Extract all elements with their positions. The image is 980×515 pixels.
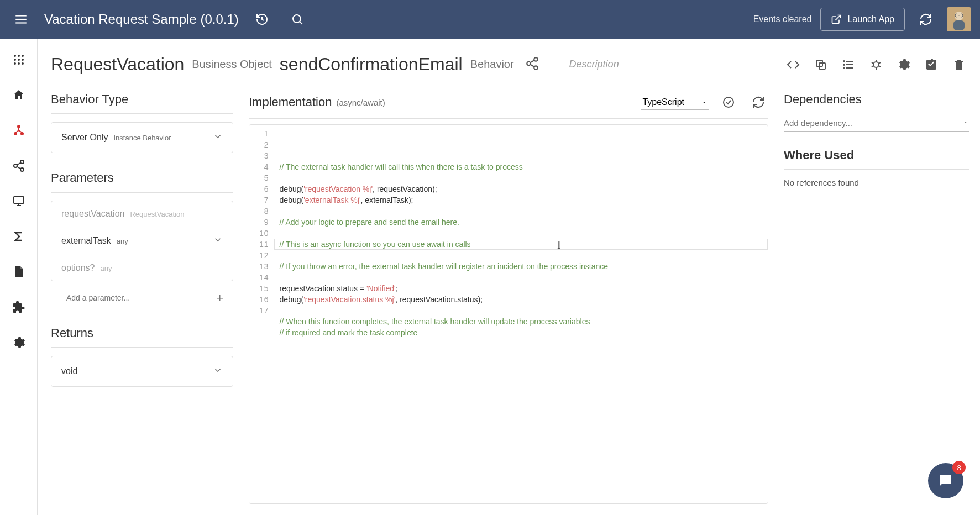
svg-point-42 [843, 64, 845, 65]
dependencies-title: Dependencies [784, 92, 969, 107]
history-button[interactable] [250, 7, 274, 31]
svg-line-35 [530, 64, 534, 66]
add-parameter-input[interactable] [66, 289, 211, 307]
svg-line-47 [879, 62, 881, 64]
svg-line-34 [530, 60, 534, 62]
code-icon [787, 58, 800, 71]
nav-sigma[interactable] [7, 224, 31, 249]
returns-card[interactable]: void [51, 356, 233, 387]
action-copy[interactable] [811, 55, 831, 75]
apps-icon [12, 53, 25, 66]
language-value: TypeScript [642, 97, 684, 107]
returns-value: void [61, 366, 77, 376]
breadcrumb: RequestVacation Business Object sendConf… [51, 54, 969, 75]
breadcrumb-entity-type: Business Object [192, 58, 272, 71]
param-type: RequestVacation [130, 210, 184, 218]
behavior-type-sub: Instance Behavior [113, 134, 171, 142]
user-avatar[interactable] [947, 7, 971, 31]
nav-apps[interactable] [7, 48, 31, 72]
nav-desktop[interactable] [7, 189, 31, 213]
svg-line-49 [879, 66, 881, 67]
chat-badge: 8 [952, 461, 966, 474]
behavior-type-card[interactable]: Server Only Instance Behavior [51, 122, 233, 153]
action-debug[interactable] [866, 55, 886, 75]
svg-rect-28 [14, 197, 24, 203]
chat-fab[interactable]: 8 [928, 463, 963, 498]
refresh-icon [752, 96, 765, 109]
implementation-header: Implementation (async/await) TypeScript [249, 92, 768, 119]
trash-icon [952, 58, 966, 71]
param-type: any [101, 264, 112, 272]
history-icon [255, 13, 269, 26]
svg-line-4 [300, 22, 302, 25]
svg-point-3 [293, 15, 301, 23]
sigma-icon [12, 230, 25, 243]
svg-point-15 [18, 59, 20, 61]
share-alt-icon [525, 56, 539, 71]
chevron-down-icon [213, 235, 223, 247]
add-dependency-input[interactable] [784, 118, 962, 128]
content: RequestVacation Business Object sendConf… [38, 39, 980, 515]
no-references: No references found [784, 178, 969, 187]
param-name: externalTask [61, 236, 111, 246]
param-row[interactable]: externalTaskany [51, 227, 233, 255]
nav-extension[interactable] [7, 295, 31, 319]
param-row[interactable]: requestVacationRequestVacation [51, 201, 233, 227]
dropdown-arrow-icon [701, 99, 708, 106]
param-type: any [117, 237, 128, 245]
svg-point-18 [18, 62, 20, 65]
code-area[interactable]: // The external task handler will call t… [274, 125, 768, 503]
editor-refresh[interactable] [748, 92, 768, 112]
refresh-button[interactable] [914, 7, 938, 31]
code-editor[interactable]: 1234567891011121314151617 // The externa… [249, 124, 768, 504]
dependency-input-row [784, 118, 969, 132]
breadcrumb-actions [783, 55, 969, 75]
share-icon [12, 159, 25, 172]
svg-line-48 [872, 66, 873, 67]
left-panel: Behavior Type Server Only Instance Behav… [51, 92, 233, 504]
hierarchy-icon [12, 124, 25, 137]
columns: Behavior Type Server Only Instance Behav… [51, 92, 969, 504]
sidebar-nav [0, 39, 38, 515]
nav-hierarchy[interactable] [7, 118, 31, 143]
nav-home[interactable] [7, 83, 31, 107]
editor-validate[interactable] [719, 92, 738, 112]
parameters-title: Parameters [51, 171, 233, 193]
events-cleared: Events cleared [753, 14, 812, 24]
parameters-group: requestVacationRequestVacationexternalTa… [51, 201, 233, 281]
svg-point-12 [18, 55, 20, 57]
action-list[interactable] [838, 55, 858, 75]
share-breadcrumb[interactable] [525, 56, 539, 73]
add-parameter-button[interactable]: + [216, 291, 223, 306]
launch-app-button[interactable]: Launch App [820, 8, 905, 31]
main: RequestVacation Business Object sendConf… [0, 39, 980, 515]
gear-icon [12, 336, 25, 349]
action-code[interactable] [783, 55, 803, 75]
action-settings[interactable] [894, 55, 914, 75]
svg-point-51 [724, 97, 733, 107]
svg-point-33 [534, 66, 538, 70]
menu-button[interactable] [9, 7, 33, 31]
svg-point-43 [843, 67, 845, 69]
search-icon [291, 13, 304, 26]
nav-share[interactable] [7, 154, 31, 178]
action-delete[interactable] [949, 55, 969, 75]
action-check[interactable] [921, 55, 941, 75]
launch-label: Launch App [847, 14, 894, 24]
list-icon [842, 58, 855, 71]
nav-document[interactable] [7, 260, 31, 284]
param-row[interactable]: options?any [51, 255, 233, 281]
search-button[interactable] [285, 7, 310, 31]
svg-line-26 [17, 163, 20, 165]
gear-icon [897, 58, 910, 71]
breadcrumb-description[interactable]: Description [569, 59, 619, 70]
nav-settings[interactable] [7, 330, 31, 355]
language-select[interactable]: TypeScript [641, 95, 709, 110]
dropdown-arrow-icon[interactable] [962, 118, 969, 128]
svg-point-32 [527, 61, 531, 65]
returns-title: Returns [51, 326, 233, 348]
svg-point-24 [14, 164, 17, 167]
breadcrumb-entity[interactable]: RequestVacation [51, 54, 184, 75]
breadcrumb-behavior[interactable]: sendConfirmationEmail [280, 54, 463, 75]
right-panel: Dependencies Where Used No references fo… [784, 92, 969, 504]
